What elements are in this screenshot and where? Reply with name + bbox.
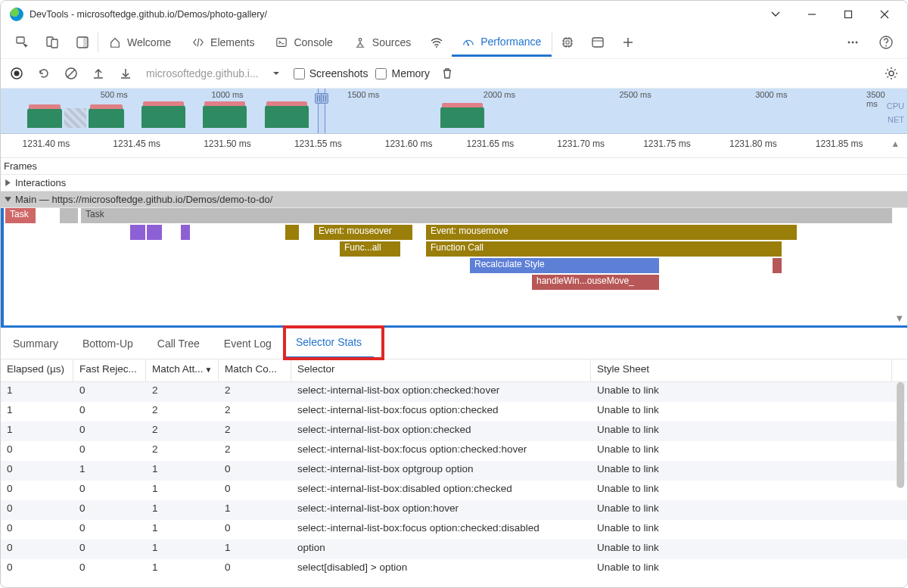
add-tab-icon[interactable] — [613, 28, 643, 57]
record-button[interactable] — [7, 64, 26, 83]
tab-bottom-up[interactable]: Bottom-Up — [70, 328, 145, 359]
svg-rect-5 — [83, 37, 88, 48]
window-controls — [804, 7, 904, 22]
selector-stats-table[interactable]: 1022select:-internal-list-box option:che… — [1, 382, 907, 579]
dropdown-icon[interactable] — [266, 64, 286, 83]
application-icon[interactable] — [583, 28, 613, 57]
svg-point-17 — [885, 45, 887, 47]
trash-button[interactable] — [437, 64, 457, 83]
selection-handle-right[interactable] — [321, 93, 328, 104]
svg-rect-10 — [564, 39, 571, 46]
table-row[interactable]: 0010select:-internal-list-box:focus opti… — [1, 520, 907, 540]
upload-button[interactable] — [89, 64, 108, 83]
interactions-section[interactable]: Interactions — [1, 175, 907, 191]
svg-point-19 — [14, 71, 20, 76]
frames-section[interactable]: Frames — [1, 158, 907, 175]
tab-performance-label: Performance — [480, 36, 541, 48]
devtools-window: DevTools - microsoftedge.github.io/Demos… — [0, 0, 908, 588]
tab-welcome-label: Welcome — [127, 36, 171, 48]
col-match-attempts[interactable]: Match Att...▼ — [146, 359, 219, 381]
chevron-right-icon — [4, 179, 12, 187]
flame-task[interactable]: Task — [81, 208, 892, 223]
col-elapsed[interactable]: Elapsed (µs) — [1, 359, 73, 381]
svg-point-14 — [852, 42, 854, 44]
table-row[interactable]: 1022select:-internal-list-box option:che… — [1, 382, 907, 402]
more-icon[interactable] — [838, 36, 868, 49]
overview-minimap[interactable]: 500 ms 1000 ms 1500 ms 2000 ms 2500 ms 3… — [1, 89, 907, 134]
flame-chart[interactable]: Task Task Event: mouseover Event: mousem… — [1, 208, 907, 328]
clear-button[interactable] — [61, 64, 81, 83]
maximize-button[interactable] — [841, 7, 856, 22]
tab-console[interactable]: Console — [265, 28, 343, 57]
timeline-ruler[interactable]: 1231.40 ms 1231.45 ms 1231.50 ms 1231.55… — [1, 134, 907, 158]
col-selector[interactable]: Selector — [291, 359, 591, 381]
tab-elements[interactable]: Elements — [182, 28, 265, 57]
window-title: DevTools - microsoftedge.github.io/Demos… — [30, 9, 768, 20]
table-row[interactable]: 0010select[disabled] > optionUnable to l… — [1, 559, 907, 579]
flame-func-call[interactable]: Function Call — [426, 241, 782, 257]
table-row[interactable]: 1022select:-internal-list-box option:che… — [1, 422, 907, 441]
svg-point-13 — [848, 42, 850, 44]
settings-gear-icon[interactable] — [882, 64, 901, 83]
col-match-count[interactable]: Match Co... — [219, 359, 291, 381]
scroll-down-icon[interactable]: ▼ — [894, 313, 904, 324]
device-toggle-icon[interactable] — [37, 28, 67, 57]
overview-side-labels: CPUNET — [887, 99, 904, 126]
svg-rect-12 — [592, 38, 603, 47]
download-button[interactable] — [116, 64, 135, 83]
perf-toolbar: microsoftedge.github.i... Screenshots Me… — [1, 58, 907, 89]
scrollbar[interactable] — [895, 382, 906, 579]
table-row[interactable]: 0110select:-internal-list-box optgroup o… — [1, 461, 907, 481]
flame-mouseover[interactable]: Event: mouseover — [314, 225, 412, 240]
scrollbar-thumb[interactable] — [897, 382, 904, 488]
tab-performance[interactable]: Performance — [452, 28, 552, 57]
memory-checkbox[interactable]: Memory — [375, 67, 430, 79]
scroll-up-icon[interactable]: ▲ — [891, 138, 900, 149]
minimize-button[interactable] — [804, 7, 819, 22]
svg-point-15 — [856, 42, 858, 44]
svg-point-8 — [436, 46, 437, 48]
table-row[interactable]: 0011select:-internal-list-box option:hov… — [1, 500, 907, 520]
flame-recalc-style[interactable]: Recalculate Style — [470, 258, 659, 273]
detail-tabs: Summary Bottom-Up Call Tree Event Log Se… — [1, 328, 907, 359]
screenshots-checkbox[interactable]: Screenshots — [294, 67, 368, 79]
tab-elements-label: Elements — [210, 36, 254, 48]
flame-func-short[interactable]: Func...all — [340, 241, 400, 257]
dock-icon[interactable] — [67, 28, 98, 57]
flame-handle-mousemove[interactable]: handleWin...ouseMove_ — [532, 275, 659, 290]
tab-sources-label: Sources — [372, 36, 411, 48]
table-row[interactable]: 0010select:-internal-list-box:disabled o… — [1, 481, 907, 500]
svg-point-9 — [468, 44, 469, 45]
titlebar: DevTools - microsoftedge.github.io/Demos… — [1, 1, 907, 28]
table-row[interactable]: 1022select:-internal-list-box:focus opti… — [1, 402, 907, 422]
reload-record-button[interactable] — [34, 64, 54, 83]
memory-chip-icon[interactable] — [552, 28, 583, 57]
svg-rect-1 — [17, 37, 24, 43]
overview-selection[interactable] — [318, 89, 325, 133]
main-tabbar: Welcome Elements Console Sources Perform… — [1, 28, 907, 58]
tab-summary[interactable]: Summary — [1, 328, 70, 359]
flame-task[interactable]: Task — [5, 208, 36, 223]
help-icon[interactable] — [871, 35, 901, 50]
main-section[interactable]: Main — https://microsoftedge.github.io/D… — [1, 191, 907, 208]
edge-logo-icon — [10, 8, 23, 21]
chevron-down-icon[interactable] — [768, 7, 783, 22]
overview-ticks: 500 ms 1000 ms 1500 ms 2000 ms 2500 ms 3… — [1, 90, 907, 101]
col-fast-reject[interactable]: Fast Rejec... — [73, 359, 146, 381]
close-button[interactable] — [877, 7, 892, 22]
flame-mousemove[interactable]: Event: mousemove — [426, 225, 797, 240]
chevron-down-icon — [4, 195, 12, 204]
svg-rect-11 — [566, 41, 569, 44]
svg-rect-0 — [845, 11, 852, 18]
table-row[interactable]: 0011optionUnable to link — [1, 540, 907, 559]
network-conditions-icon[interactable] — [421, 28, 452, 57]
inspect-icon[interactable] — [7, 28, 37, 57]
tab-welcome[interactable]: Welcome — [98, 28, 182, 57]
tab-selector-stats[interactable]: Selector Stats — [284, 328, 374, 359]
table-row[interactable]: 0022select:-internal-list-box:focus opti… — [1, 441, 907, 461]
tab-sources[interactable]: Sources — [344, 28, 421, 57]
tab-call-tree[interactable]: Call Tree — [145, 328, 212, 359]
col-stylesheet[interactable]: Style Sheet — [591, 359, 892, 381]
recording-url: microsoftedge.github.i... — [146, 67, 259, 79]
tab-event-log[interactable]: Event Log — [212, 328, 284, 359]
